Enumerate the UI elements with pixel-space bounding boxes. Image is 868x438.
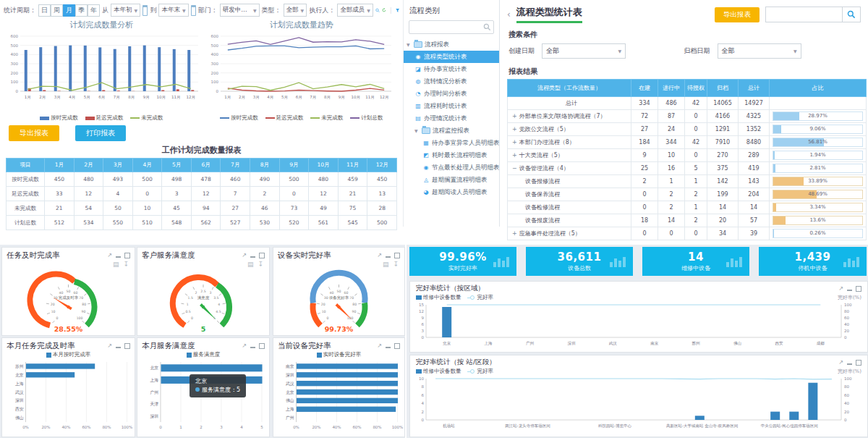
svg-text:200: 200 xyxy=(210,71,218,75)
period-button-季[interactable]: 季 xyxy=(75,4,88,17)
tree-item[interactable]: ◉节点最长处理人员明细表 xyxy=(404,161,499,174)
table-row[interactable]: +本部门办理流程（8）184344427910848056.81% xyxy=(508,136,867,149)
tree-search-input[interactable] xyxy=(409,24,483,30)
clipboard-icon[interactable]: ▤ xyxy=(383,261,389,269)
search-icon[interactable] xyxy=(375,6,380,15)
process-type-report-panel: ‹ 流程类型统计表 导出报表 搜索条件 创建日期 全部▼ 归档日期 全部▼ 报表… xyxy=(500,0,868,227)
expand-toggle-icon[interactable]: + xyxy=(512,230,517,237)
period-button-周[interactable]: 周 xyxy=(51,4,63,17)
to-select[interactable]: 本年末▼ xyxy=(158,4,188,17)
kpi-value: 99.96% xyxy=(439,250,486,264)
download-icon[interactable]: ↧ xyxy=(123,261,129,269)
maximize-icon[interactable] xyxy=(124,253,130,258)
tree-item[interactable]: ▼流程监控报表 xyxy=(404,125,499,137)
print-report-button[interactable]: 打印报表 xyxy=(75,125,126,141)
expand-toggle-icon[interactable]: + xyxy=(512,113,517,119)
right-axis-label: 完好率(%) xyxy=(838,294,861,301)
period-label: 统计周期： xyxy=(4,6,36,15)
tree-item[interactable]: ◩耗时最长流程明细表 xyxy=(404,149,499,161)
tree-item[interactable]: ◬超期搁置流程明细表 xyxy=(404,174,499,186)
popout-icon[interactable]: ↗ xyxy=(107,253,112,258)
tree-expand-icon[interactable]: ▼ xyxy=(414,128,420,133)
svg-text:南京: 南京 xyxy=(650,341,659,345)
expand-toggle-icon[interactable]: + xyxy=(512,139,517,146)
archived-date-select[interactable]: 全部▼ xyxy=(718,43,801,59)
gauge-card-satisfaction: 客户服务满意度 ↗ ▤↧ 00.511.522.533.544.55满意度5 xyxy=(137,247,270,336)
period-button-日[interactable]: 日 xyxy=(38,4,51,17)
minimize-icon[interactable] xyxy=(847,361,852,365)
popout-icon[interactable]: ↗ xyxy=(107,343,112,349)
expand-toggle-icon[interactable]: − xyxy=(512,165,517,172)
maximize-icon[interactable] xyxy=(856,360,861,366)
tree-item[interactable]: ◔办理时间分析表 xyxy=(404,88,499,100)
table-row[interactable]: +应急事件处理流程（5）00034390.26% xyxy=(508,227,867,240)
clipboard-icon[interactable]: ▤ xyxy=(247,261,254,269)
table-row[interactable]: +十大类流程（5）91002702891.94% xyxy=(508,149,867,162)
tree-item[interactable]: ◍流转情况分析表 xyxy=(404,75,499,88)
tree-item-label: 办理时间分析表 xyxy=(424,90,467,98)
minimize-icon[interactable] xyxy=(386,253,391,258)
svg-text:60: 60 xyxy=(844,316,849,320)
maximize-icon[interactable] xyxy=(856,286,861,292)
tree-expand-icon[interactable]: ▼ xyxy=(407,42,412,47)
archived-date-label: 归档日期 xyxy=(684,46,710,56)
table-row[interactable]: −设备管理流程（4）251653754192.81% xyxy=(508,162,867,175)
popout-icon[interactable]: ↗ xyxy=(242,343,247,349)
report-search-button[interactable] xyxy=(842,7,860,22)
download-icon[interactable]: ↧ xyxy=(393,261,399,269)
minimize-icon[interactable] xyxy=(847,287,852,291)
folder-icon xyxy=(422,127,430,134)
popout-icon[interactable]: ↗ xyxy=(838,360,843,366)
refresh-icon[interactable] xyxy=(382,6,386,14)
maximize-icon[interactable] xyxy=(259,253,265,258)
popout-icon[interactable]: ↗ xyxy=(377,343,382,349)
minimize-icon[interactable] xyxy=(250,253,255,258)
dashboard-canvas: 统计周期： 日周月季年 从 本年初▼ 到 本年末▼ 部门： 研发中心/技术支持部… xyxy=(0,0,868,438)
minimize-icon[interactable] xyxy=(116,253,121,258)
expand-toggle-icon[interactable]: + xyxy=(512,126,517,132)
period-button-月[interactable]: 月 xyxy=(63,4,75,17)
calendar-icon[interactable] xyxy=(142,5,148,16)
tree-item[interactable]: ▼流程报表 xyxy=(404,38,499,51)
minimize-icon[interactable] xyxy=(250,344,255,348)
popout-icon[interactable]: ↗ xyxy=(838,286,843,292)
toolbar-divider: | xyxy=(390,7,392,14)
legend-item: 计划总数 xyxy=(350,114,383,122)
popout-icon[interactable]: ↗ xyxy=(242,253,247,258)
svg-text:4.5: 4.5 xyxy=(216,310,221,313)
from-select[interactable]: 本年初▼ xyxy=(111,4,140,17)
tree-item[interactable]: ◉流程类型统计表 xyxy=(404,51,499,63)
expand-toggle-icon[interactable]: + xyxy=(512,152,517,159)
type-select[interactable]: 全部▼ xyxy=(284,4,307,17)
export-report-button[interactable]: 导出报表 xyxy=(9,125,59,141)
dept-select[interactable]: 研发中心/技术支持部门▼ xyxy=(220,4,260,17)
clipboard-icon[interactable]: ▤ xyxy=(113,261,119,269)
svg-text:15: 15 xyxy=(419,303,424,307)
table-row[interactable]: +党政公文流程（5）27240129113529.06% xyxy=(508,123,867,136)
maximize-icon[interactable] xyxy=(394,343,400,349)
report-search-input[interactable] xyxy=(766,7,842,22)
maximize-icon[interactable] xyxy=(124,343,130,349)
owner-select[interactable]: 全部成员▼ xyxy=(337,4,373,17)
tree-item[interactable]: ▥流程耗时统计表 xyxy=(404,100,499,112)
maximize-icon[interactable] xyxy=(394,253,400,258)
maximize-icon[interactable] xyxy=(259,343,265,349)
period-button-年[interactable]: 年 xyxy=(88,4,100,17)
export-report-button[interactable]: 导出报表 xyxy=(715,7,760,22)
tree-panel-title: 流程类别 xyxy=(404,0,499,20)
table-row[interactable]: +外部单位来文/联络协调流程（7）728704166432528.97% xyxy=(508,110,867,123)
tree-item[interactable]: ◪待办事宜统计表 xyxy=(404,63,499,75)
download-icon[interactable]: ↧ xyxy=(258,261,263,269)
filter-icon[interactable] xyxy=(396,7,399,14)
collapse-left-icon[interactable]: ‹ xyxy=(507,9,511,20)
popout-icon[interactable]: ↗ xyxy=(377,253,382,258)
search-icon[interactable] xyxy=(483,23,491,31)
created-date-select[interactable]: 全部▼ xyxy=(542,43,626,59)
minimize-icon[interactable] xyxy=(116,344,121,348)
tree-item[interactable]: ▤办理情况统计表 xyxy=(404,112,499,125)
tree-item[interactable]: ◕超期阅读人员明细表 xyxy=(404,186,499,198)
tree-item[interactable]: ▦待办事宜异常人员明细表 xyxy=(404,137,499,149)
minimize-icon[interactable] xyxy=(386,344,391,348)
svg-text:4: 4 xyxy=(218,303,220,306)
calendar-icon[interactable] xyxy=(191,5,196,16)
